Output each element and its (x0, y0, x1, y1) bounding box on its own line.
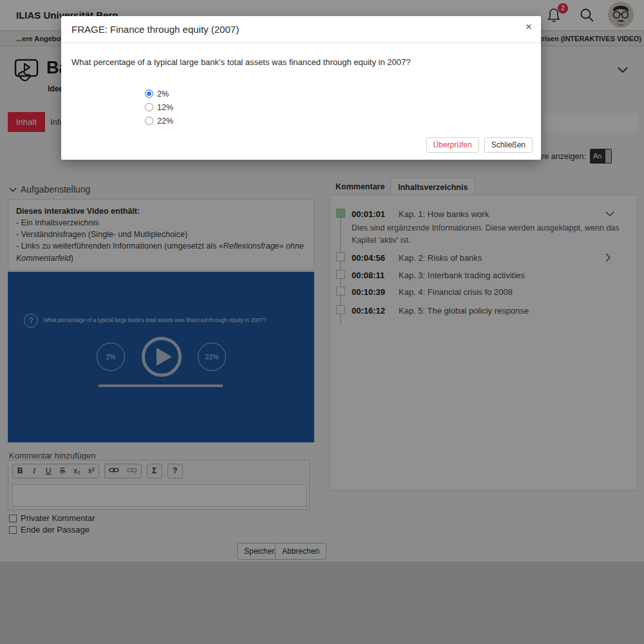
modal-header: FRAGE: Finance through equity (2007) × (61, 16, 541, 43)
check-answer-button[interactable]: Überprüfen (426, 137, 479, 153)
modal-radio-2[interactable] (145, 117, 153, 125)
answer-option[interactable]: 2% (145, 87, 173, 100)
answer-option[interactable]: 22% (145, 114, 173, 128)
modal-title: FRAGE: Finance through equity (2007) (71, 24, 239, 35)
answer-label: 12% (157, 103, 173, 112)
modal-radio-1[interactable] (145, 103, 153, 111)
close-icon[interactable]: × (526, 21, 532, 33)
modal-close-button[interactable]: Schließen (484, 137, 533, 153)
answer-option[interactable]: 12% (145, 100, 173, 114)
answer-label: 22% (157, 117, 173, 126)
modal-footer: Überprüfen Schließen (426, 137, 533, 153)
question-modal: FRAGE: Finance through equity (2007) × W… (61, 16, 541, 160)
answer-label: 2% (157, 90, 169, 99)
modal-question-text: What percentage of a typical large bank'… (71, 57, 410, 67)
ilias-page: ILIAS Universität Bern 2 ...ere Angebote… (0, 0, 644, 644)
modal-answer-options: 2% 12% 22% (145, 87, 173, 128)
modal-radio-0[interactable] (145, 90, 153, 98)
